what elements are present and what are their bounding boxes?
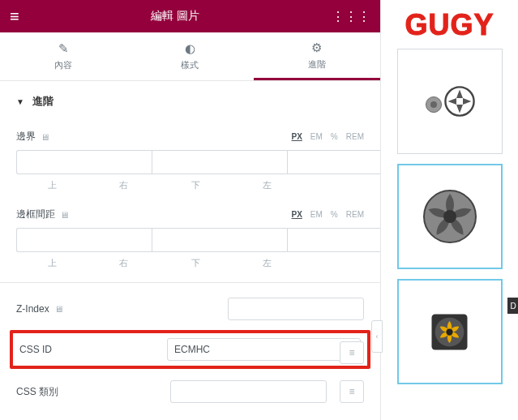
unit-em[interactable]: EM — [310, 210, 323, 219]
cssclass-dynamic-button[interactable]: ≡ — [340, 380, 364, 403]
margin-right-input[interactable] — [152, 150, 287, 174]
tab-label: 進階 — [308, 58, 326, 71]
panel-content: ▼ 進階 邊界 🖥 PX EM % REM — [0, 81, 380, 420]
padding-right-input[interactable] — [152, 228, 287, 252]
unit-rem[interactable]: REM — [346, 210, 364, 219]
desktop-icon[interactable]: 🖥 — [41, 132, 49, 142]
label-top: 上 — [16, 179, 88, 191]
section-toggle-advanced[interactable]: ▼ 進階 — [0, 81, 380, 122]
fan-icon — [427, 310, 472, 354]
desktop-icon[interactable]: 🖥 — [54, 304, 63, 314]
desktop-icon[interactable]: 🖥 — [60, 210, 69, 220]
label-top: 上 — [16, 257, 88, 269]
header-title: 編輯 圖片 — [19, 9, 332, 24]
margin-top-input[interactable] — [16, 150, 152, 174]
unit-px[interactable]: PX — [292, 210, 302, 219]
gear-icon: ⚙ — [311, 41, 322, 55]
side-tag[interactable]: D — [507, 298, 518, 314]
unit-pct[interactable]: % — [331, 210, 338, 219]
brand-logo: GUGY — [405, 8, 494, 42]
label-bottom: 下 — [160, 179, 232, 191]
preview-panel: GUGY — [381, 0, 518, 420]
margin-units: PX EM % REM — [292, 132, 364, 141]
label-left: 左 — [232, 179, 304, 191]
cssid-dynamic-button[interactable]: ≡ — [340, 341, 364, 364]
contrast-icon: ◐ — [185, 41, 195, 56]
collapse-button[interactable]: ‹ — [371, 320, 383, 353]
product-thumb-1[interactable] — [397, 49, 503, 154]
tab-label: 內容 — [54, 59, 72, 71]
unit-em[interactable]: EM — [310, 132, 323, 141]
padding-bottom-input[interactable] — [287, 228, 380, 252]
label-left: 左 — [232, 257, 304, 269]
fan-icon — [417, 69, 482, 134]
tab-label: 樣式 — [181, 59, 199, 71]
product-thumb-3[interactable] — [397, 279, 503, 384]
padding-field: 邊框間距 🖥 PX EM % REM 🔗 上 右 — [0, 199, 380, 277]
cssid-input[interactable] — [167, 338, 361, 361]
menu-icon[interactable]: ≡ — [10, 7, 19, 26]
margin-label: 邊界 🖥 — [16, 130, 49, 144]
tabs: ✎ 內容 ◐ 樣式 ⚙ 進階 — [0, 32, 380, 81]
svg-point-1 — [430, 101, 437, 108]
unit-pct[interactable]: % — [331, 132, 338, 141]
label-right: 右 — [88, 257, 161, 269]
editor-panel: ≡ 編輯 圖片 ⋮⋮⋮ ✎ 內容 ◐ 樣式 ⚙ 進階 ▼ 進階 邊界 🖥 — [0, 0, 381, 420]
editor-header: ≡ 編輯 圖片 ⋮⋮⋮ — [0, 0, 380, 32]
unit-rem[interactable]: REM — [346, 132, 364, 141]
pencil-icon: ✎ — [58, 41, 69, 56]
zindex-input[interactable] — [228, 298, 364, 320]
unit-px[interactable]: PX — [292, 132, 302, 141]
label-right: 右 — [88, 179, 161, 191]
divider — [0, 282, 380, 283]
svg-point-4 — [443, 210, 456, 223]
zindex-row: Z-Index 🖥 — [0, 288, 380, 330]
padding-top-input[interactable] — [16, 228, 152, 252]
margin-bottom-input[interactable] — [287, 150, 380, 174]
product-thumb-2[interactable] — [397, 164, 503, 269]
tab-style[interactable]: ◐ 樣式 — [126, 32, 253, 80]
padding-label: 邊框間距 🖥 — [16, 208, 69, 221]
padding-units: PX EM % REM — [292, 210, 364, 219]
apps-icon[interactable]: ⋮⋮⋮ — [332, 9, 370, 24]
zindex-label: Z-Index 🖥 — [16, 303, 63, 315]
section-title: 進階 — [32, 94, 54, 109]
tab-advanced[interactable]: ⚙ 進階 — [254, 32, 380, 80]
cssid-label: CSS ID — [19, 344, 159, 355]
cssclass-label: CSS 類別 — [16, 385, 162, 399]
caret-down-icon: ▼ — [16, 97, 24, 106]
label-bottom: 下 — [160, 257, 232, 269]
fan-icon — [417, 184, 482, 249]
cssclass-input[interactable] — [170, 380, 327, 403]
svg-point-7 — [446, 328, 452, 335]
cssclass-row: CSS 類別 ≡ — [0, 372, 380, 411]
margin-field: 邊界 🖥 PX EM % REM 🔗 上 右 下 — [0, 122, 380, 199]
tab-content[interactable]: ✎ 內容 — [0, 32, 126, 80]
